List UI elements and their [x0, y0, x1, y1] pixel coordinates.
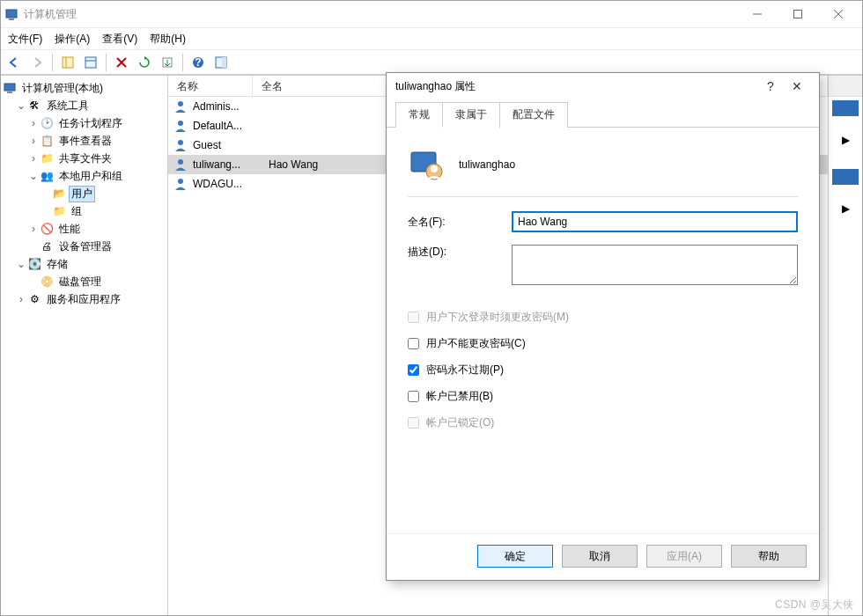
actions-header-bar [832, 169, 859, 185]
dialog-close-button[interactable]: ✕ [784, 79, 810, 93]
expand-icon[interactable]: › [15, 293, 27, 305]
expand-icon[interactable]: › [27, 117, 40, 129]
services-icon: ⚙ [27, 292, 41, 306]
tree-storage[interactable]: ⌄💽存储 [3, 255, 166, 273]
svg-rect-6 [63, 57, 73, 68]
folder-icon: 📁 [52, 204, 66, 218]
help-toolbar-button[interactable]: ? [188, 53, 208, 72]
user-icon [173, 158, 188, 172]
show-hide-tree-button[interactable] [58, 53, 77, 72]
disk-icon: 📀 [40, 275, 54, 289]
cancel-button[interactable]: 取消 [562, 545, 638, 568]
fullname-label: 全名(F): [408, 215, 512, 230]
menu-action[interactable]: 操作(A) [55, 32, 90, 47]
tab-profile[interactable]: 配置文件 [499, 102, 568, 128]
users-icon: 👥 [40, 169, 54, 183]
navigation-tree[interactable]: 计算机管理(本地) ⌄🛠系统工具 ›🕑任务计划程序 ›📋事件查看器 ›📁共享文件… [1, 76, 168, 615]
tree-users-folder[interactable]: 📂用户 [3, 185, 166, 202]
folder-shared-icon: 📁 [40, 151, 54, 165]
expand-icon[interactable]: › [27, 152, 40, 165]
dialog-titlebar: tuliwanghao 属性 ? ✕ [387, 73, 819, 99]
menubar: 文件(F) 操作(A) 查看(V) 帮助(H) [1, 27, 862, 50]
maximize-button[interactable] [778, 1, 818, 27]
tree-root[interactable]: 计算机管理(本地) [3, 79, 166, 97]
chk-must-change-password: 用户下次登录时须更改密码(M) [408, 306, 798, 327]
user-large-icon [408, 147, 443, 182]
tree-device-manager[interactable]: 🖨设备管理器 [3, 238, 166, 255]
svg-point-19 [178, 101, 183, 106]
tab-general[interactable]: 常规 [395, 102, 443, 128]
menu-help[interactable]: 帮助(H) [150, 32, 186, 47]
description-input[interactable] [512, 245, 798, 285]
chk-cannot-change-password-box[interactable] [408, 338, 419, 349]
back-button[interactable] [4, 53, 24, 72]
col-name[interactable]: 名称 [168, 76, 253, 96]
toolbar: ? [1, 50, 862, 75]
cell-name: Adminis... [193, 100, 269, 113]
forward-button[interactable] [27, 53, 47, 72]
cell-name: Guest [193, 139, 269, 151]
minimize-button[interactable] [737, 1, 778, 27]
dialog-tabs: 常规 隶属于 配置文件 [387, 101, 819, 128]
tree-local-users-groups[interactable]: ⌄👥本地用户和组 [3, 167, 166, 185]
chk-cannot-change-password[interactable]: 用户不能更改密码(C) [408, 333, 798, 354]
user-icon [173, 138, 188, 152]
chk-account-disabled-box[interactable] [408, 391, 419, 402]
delete-button[interactable] [112, 53, 131, 72]
tree-system-tools[interactable]: ⌄🛠系统工具 [3, 97, 166, 114]
svg-rect-3 [794, 11, 802, 18]
help-button[interactable]: 帮助 [731, 545, 807, 568]
show-actions-button[interactable] [211, 53, 231, 72]
description-label: 描述(D): [408, 245, 512, 260]
dialog-username: tuliwanghao [459, 158, 515, 171]
svg-rect-16 [222, 57, 226, 68]
dialog-body: tuliwanghao 全名(F): 描述(D): 用户下次登录时须更改密码(M… [387, 128, 819, 533]
user-properties-dialog: tuliwanghao 属性 ? ✕ 常规 隶属于 配置文件 tuliwangh… [386, 72, 820, 581]
tree-shared-folders[interactable]: ›📁共享文件夹 [3, 150, 166, 167]
cell-name: DefaultA... [193, 120, 269, 132]
properties-toolbar-button[interactable] [81, 53, 100, 72]
storage-icon: 💽 [27, 257, 41, 271]
close-button[interactable] [818, 1, 859, 27]
refresh-button[interactable] [135, 53, 154, 72]
tree-services-apps[interactable]: ›⚙服务和应用程序 [3, 290, 166, 308]
menu-file[interactable]: 文件(F) [8, 32, 42, 47]
dialog-buttons: 确定 取消 应用(A) 帮助 [387, 533, 819, 580]
chk-password-never-expires-box[interactable] [408, 364, 419, 376]
folder-icon: 📂 [52, 187, 66, 201]
user-icon [173, 119, 188, 133]
fullname-input[interactable] [512, 211, 798, 232]
menu-view[interactable]: 查看(V) [102, 32, 137, 47]
apply-button[interactable]: 应用(A) [646, 545, 722, 568]
tree-disk-management[interactable]: 📀磁盘管理 [3, 273, 166, 290]
collapse-icon[interactable]: ⌄ [15, 99, 27, 112]
cell-name: tuliwang... [193, 158, 269, 171]
window-title: 计算机管理 [24, 7, 737, 22]
chk-password-never-expires[interactable]: 密码永不过期(P) [408, 359, 798, 380]
ok-button[interactable]: 确定 [477, 545, 553, 568]
svg-text:?: ? [195, 56, 201, 69]
svg-rect-0 [6, 10, 17, 18]
chk-account-disabled[interactable]: 帐户已禁用(B) [408, 385, 798, 407]
svg-point-22 [178, 159, 183, 165]
tab-memberof[interactable]: 隶属于 [442, 102, 500, 128]
expand-icon[interactable]: › [27, 135, 40, 147]
tree-event-viewer[interactable]: ›📋事件查看器 [3, 132, 166, 150]
tree-performance[interactable]: ›🚫性能 [3, 220, 166, 238]
tools-icon: 🛠 [27, 99, 41, 113]
user-icon [173, 177, 188, 191]
expand-icon[interactable]: › [27, 223, 40, 235]
svg-rect-17 [4, 84, 15, 91]
window-controls [737, 1, 859, 27]
actions-arrow-icon[interactable]: ▶ [837, 134, 853, 146]
svg-point-23 [178, 179, 183, 184]
actions-arrow-icon[interactable]: ▶ [837, 202, 853, 215]
tree-groups-folder[interactable]: 📁组 [3, 202, 166, 220]
collapse-icon[interactable]: ⌄ [15, 258, 27, 270]
collapse-icon[interactable]: ⌄ [27, 170, 40, 182]
export-list-button[interactable] [158, 53, 177, 72]
svg-rect-8 [85, 57, 96, 68]
dialog-help-button[interactable]: ? [757, 79, 784, 93]
tree-task-scheduler[interactable]: ›🕑任务计划程序 [3, 114, 166, 132]
perf-icon: 🚫 [40, 222, 54, 236]
